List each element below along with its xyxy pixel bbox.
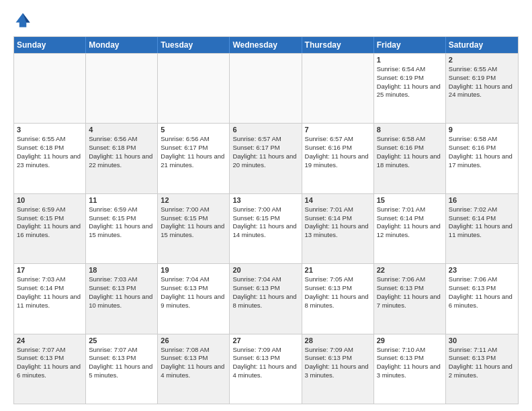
calendar-row-4: 24Sunrise: 7:07 AMSunset: 6:13 PMDayligh… xyxy=(14,334,518,404)
day-number: 23 xyxy=(449,266,515,274)
calendar-cell: 20Sunrise: 7:04 AMSunset: 6:13 PMDayligh… xyxy=(230,264,302,333)
calendar-cell: 12Sunrise: 7:00 AMSunset: 6:15 PMDayligh… xyxy=(158,194,230,263)
calendar-cell: 7Sunrise: 6:57 AMSunset: 6:16 PMDaylight… xyxy=(302,124,374,193)
calendar-cell: 23Sunrise: 7:06 AMSunset: 6:13 PMDayligh… xyxy=(446,264,518,333)
day-number: 3 xyxy=(17,126,83,134)
day-info: Sunrise: 7:10 AMSunset: 6:13 PMDaylight:… xyxy=(377,346,443,380)
header xyxy=(13,11,519,30)
day-info: Sunrise: 7:04 AMSunset: 6:13 PMDaylight:… xyxy=(161,275,226,310)
day-number: 27 xyxy=(232,336,298,345)
day-number: 22 xyxy=(377,266,443,274)
day-info: Sunrise: 7:05 AMSunset: 6:13 PMDaylight:… xyxy=(305,275,371,310)
weekday-header-saturday: Saturday xyxy=(446,37,518,53)
calendar-body: 1Sunrise: 6:54 AMSunset: 6:19 PMDaylight… xyxy=(14,53,518,404)
day-number: 28 xyxy=(305,336,371,345)
day-info: Sunrise: 7:08 AMSunset: 6:13 PMDaylight:… xyxy=(161,346,226,380)
calendar-cell xyxy=(230,54,302,123)
calendar-cell: 8Sunrise: 6:58 AMSunset: 6:16 PMDaylight… xyxy=(374,124,446,193)
day-info: Sunrise: 7:07 AMSunset: 6:13 PMDaylight:… xyxy=(17,346,83,380)
day-info: Sunrise: 7:03 AMSunset: 6:13 PMDaylight:… xyxy=(89,275,154,310)
day-info: Sunrise: 6:55 AMSunset: 6:19 PMDaylight:… xyxy=(449,65,515,99)
calendar-cell xyxy=(158,54,230,123)
calendar-cell: 3Sunrise: 6:55 AMSunset: 6:18 PMDaylight… xyxy=(14,124,86,193)
day-number: 14 xyxy=(305,196,371,204)
logo xyxy=(13,11,35,30)
calendar-cell: 11Sunrise: 6:59 AMSunset: 6:15 PMDayligh… xyxy=(86,194,158,263)
calendar-header: SundayMondayTuesdayWednesdayThursdayFrid… xyxy=(14,37,518,53)
calendar-cell: 2Sunrise: 6:55 AMSunset: 6:19 PMDaylight… xyxy=(446,54,518,123)
weekday-header-thursday: Thursday xyxy=(302,37,374,53)
day-info: Sunrise: 7:00 AMSunset: 6:15 PMDaylight:… xyxy=(161,205,226,240)
weekday-header-monday: Monday xyxy=(86,37,158,53)
day-number: 19 xyxy=(161,266,226,274)
day-number: 8 xyxy=(377,126,443,134)
calendar-cell: 27Sunrise: 7:09 AMSunset: 6:13 PMDayligh… xyxy=(230,334,302,404)
day-number: 9 xyxy=(449,126,515,134)
day-number: 15 xyxy=(377,196,443,204)
calendar-cell: 13Sunrise: 7:00 AMSunset: 6:15 PMDayligh… xyxy=(230,194,302,263)
calendar-cell: 1Sunrise: 6:54 AMSunset: 6:19 PMDaylight… xyxy=(374,54,446,123)
day-number: 25 xyxy=(89,336,154,345)
weekday-header-tuesday: Tuesday xyxy=(158,37,230,53)
weekday-header-friday: Friday xyxy=(374,37,446,53)
calendar-cell: 15Sunrise: 7:01 AMSunset: 6:14 PMDayligh… xyxy=(374,194,446,263)
day-info: Sunrise: 7:11 AMSunset: 6:13 PMDaylight:… xyxy=(449,346,515,380)
calendar-cell: 16Sunrise: 7:02 AMSunset: 6:14 PMDayligh… xyxy=(446,194,518,263)
day-number: 6 xyxy=(232,126,298,134)
day-info: Sunrise: 6:56 AMSunset: 6:17 PMDaylight:… xyxy=(161,135,226,169)
calendar-cell xyxy=(86,54,158,123)
calendar-cell: 5Sunrise: 6:56 AMSunset: 6:17 PMDaylight… xyxy=(158,124,230,193)
day-number: 17 xyxy=(17,266,83,274)
calendar-cell: 6Sunrise: 6:57 AMSunset: 6:17 PMDaylight… xyxy=(230,124,302,193)
day-info: Sunrise: 6:57 AMSunset: 6:16 PMDaylight:… xyxy=(305,135,371,169)
day-number: 24 xyxy=(17,336,83,345)
day-number: 30 xyxy=(449,336,515,345)
calendar-cell: 28Sunrise: 7:09 AMSunset: 6:13 PMDayligh… xyxy=(302,334,374,404)
day-info: Sunrise: 6:58 AMSunset: 6:16 PMDaylight:… xyxy=(449,135,515,169)
calendar-cell: 24Sunrise: 7:07 AMSunset: 6:13 PMDayligh… xyxy=(14,334,86,404)
day-info: Sunrise: 7:02 AMSunset: 6:14 PMDaylight:… xyxy=(449,205,515,240)
day-number: 10 xyxy=(17,196,83,204)
day-number: 29 xyxy=(377,336,443,345)
day-info: Sunrise: 7:00 AMSunset: 6:15 PMDaylight:… xyxy=(232,205,298,240)
day-number: 21 xyxy=(305,266,371,274)
day-info: Sunrise: 6:54 AMSunset: 6:19 PMDaylight:… xyxy=(377,65,443,99)
calendar-cell: 26Sunrise: 7:08 AMSunset: 6:13 PMDayligh… xyxy=(158,334,230,404)
calendar-cell: 19Sunrise: 7:04 AMSunset: 6:13 PMDayligh… xyxy=(158,264,230,333)
day-info: Sunrise: 6:59 AMSunset: 6:15 PMDaylight:… xyxy=(17,205,83,240)
day-number: 13 xyxy=(232,196,298,204)
day-info: Sunrise: 6:55 AMSunset: 6:18 PMDaylight:… xyxy=(17,135,83,169)
day-info: Sunrise: 7:01 AMSunset: 6:14 PMDaylight:… xyxy=(377,205,443,240)
calendar-cell xyxy=(14,54,86,123)
calendar-cell: 9Sunrise: 6:58 AMSunset: 6:16 PMDaylight… xyxy=(446,124,518,193)
day-number: 26 xyxy=(161,336,226,345)
day-info: Sunrise: 7:09 AMSunset: 6:13 PMDaylight:… xyxy=(232,346,298,380)
day-number: 2 xyxy=(449,56,515,64)
calendar-row-1: 3Sunrise: 6:55 AMSunset: 6:18 PMDaylight… xyxy=(14,123,518,193)
day-number: 16 xyxy=(449,196,515,204)
calendar-row-2: 10Sunrise: 6:59 AMSunset: 6:15 PMDayligh… xyxy=(14,193,518,263)
day-number: 7 xyxy=(305,126,371,134)
day-number: 4 xyxy=(89,126,154,134)
day-number: 5 xyxy=(161,126,226,134)
calendar-cell: 17Sunrise: 7:03 AMSunset: 6:14 PMDayligh… xyxy=(14,264,86,333)
day-number: 11 xyxy=(89,196,154,204)
day-info: Sunrise: 7:06 AMSunset: 6:13 PMDaylight:… xyxy=(449,275,515,310)
calendar-row-0: 1Sunrise: 6:54 AMSunset: 6:19 PMDaylight… xyxy=(14,53,518,123)
calendar-cell: 25Sunrise: 7:07 AMSunset: 6:13 PMDayligh… xyxy=(86,334,158,404)
calendar-cell: 4Sunrise: 6:56 AMSunset: 6:18 PMDaylight… xyxy=(86,124,158,193)
calendar-cell: 14Sunrise: 7:01 AMSunset: 6:14 PMDayligh… xyxy=(302,194,374,263)
calendar-cell: 21Sunrise: 7:05 AMSunset: 6:13 PMDayligh… xyxy=(302,264,374,333)
day-info: Sunrise: 7:06 AMSunset: 6:13 PMDaylight:… xyxy=(377,275,443,310)
weekday-header-sunday: Sunday xyxy=(14,37,86,53)
calendar: SundayMondayTuesdayWednesdayThursdayFrid… xyxy=(13,36,519,404)
day-number: 18 xyxy=(89,266,154,274)
weekday-header-wednesday: Wednesday xyxy=(230,37,302,53)
day-info: Sunrise: 6:57 AMSunset: 6:17 PMDaylight:… xyxy=(232,135,298,169)
day-number: 1 xyxy=(377,56,443,64)
day-number: 20 xyxy=(232,266,298,274)
day-info: Sunrise: 7:01 AMSunset: 6:14 PMDaylight:… xyxy=(305,205,371,240)
calendar-cell: 29Sunrise: 7:10 AMSunset: 6:13 PMDayligh… xyxy=(374,334,446,404)
calendar-cell xyxy=(302,54,374,123)
day-info: Sunrise: 6:59 AMSunset: 6:15 PMDaylight:… xyxy=(89,205,154,240)
